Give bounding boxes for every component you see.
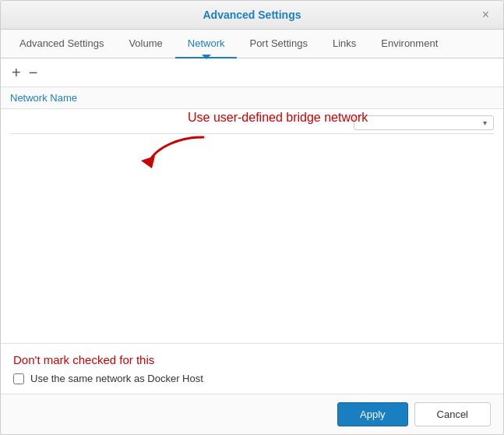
dialog-footer: Apply Cancel	[1, 394, 503, 434]
docker-host-label: Use the same network as Docker Host	[30, 373, 203, 384]
tab-volume[interactable]: Volume	[116, 30, 174, 58]
advanced-settings-dialog: Advanced Settings × Advanced Settings Vo…	[0, 0, 504, 435]
svg-marker-0	[141, 156, 155, 168]
tab-network[interactable]: Network	[175, 30, 238, 58]
network-toolbar: + −	[1, 58, 503, 87]
add-network-button[interactable]: +	[10, 65, 23, 80]
tab-port-settings[interactable]: Port Settings	[237, 30, 319, 58]
annotation-arrow-icon	[141, 131, 211, 170]
docker-host-network-row: Use the same network as Docker Host	[13, 373, 491, 384]
bottom-section: Don't mark checked for this Use the same…	[1, 343, 503, 394]
network-dropdown[interactable]: ▾	[354, 115, 494, 130]
tab-links[interactable]: Links	[320, 30, 368, 58]
tab-environment[interactable]: Environment	[368, 30, 450, 58]
dont-mark-text: Don't mark checked for this	[13, 353, 491, 366]
apply-button[interactable]: Apply	[337, 402, 408, 426]
dialog-title: Advanced Settings	[203, 9, 301, 21]
title-bar: Advanced Settings ×	[1, 1, 503, 30]
close-button[interactable]: ×	[478, 7, 494, 23]
column-network-name: Network Name	[10, 92, 166, 104]
network-dropdown-cell: ▾	[166, 115, 494, 130]
docker-host-checkbox[interactable]	[13, 373, 24, 384]
network-content: Network Name ▾ Use user-defined bridge n…	[1, 87, 503, 394]
table-row: ▾	[10, 112, 494, 134]
network-rows: ▾ Use user-defined bridge network	[1, 109, 503, 343]
tab-bar: Advanced Settings Volume Network Port Se…	[1, 30, 503, 58]
remove-network-button[interactable]: −	[27, 65, 40, 80]
cancel-button[interactable]: Cancel	[414, 402, 491, 426]
chevron-down-icon: ▾	[483, 118, 487, 127]
tab-advanced-settings[interactable]: Advanced Settings	[7, 30, 116, 58]
table-header: Network Name	[1, 87, 503, 109]
